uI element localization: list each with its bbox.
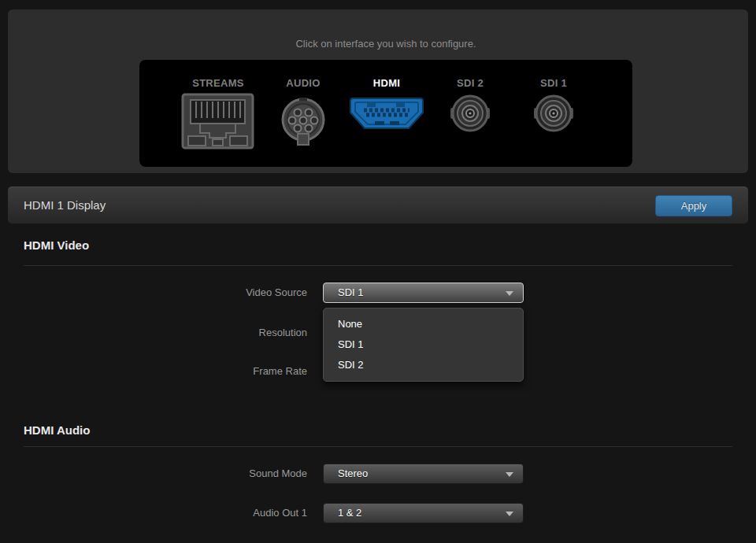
apply-button[interactable]: Apply (655, 195, 732, 216)
resolution-label: Resolution (118, 327, 307, 339)
connector-hdmi-label: HDMI (343, 77, 430, 90)
hdmi-port-icon (346, 97, 427, 131)
bnc-connector-icon (450, 94, 490, 133)
video-source-select[interactable]: SDI 1 (323, 283, 524, 303)
video-source-label: Video Source (118, 286, 307, 299)
frame-rate-label: Frame Rate (118, 365, 307, 378)
instruction-text: Click on interface you wish to configure… (8, 38, 756, 50)
connector-streams-label: STREAMS (175, 77, 261, 90)
video-section-heading: HDMI Video (24, 238, 89, 252)
video-source-dropdown: None SDI 1 SDI 2 (323, 308, 524, 382)
audio-out-1-select[interactable]: 1 & 2 (323, 503, 524, 523)
dropdown-option-none[interactable]: None (324, 314, 523, 334)
connector-sdi1-label: SDI 1 (510, 77, 597, 90)
dropdown-option-sdi1[interactable]: SDI 1 (324, 334, 523, 355)
divider (24, 446, 732, 447)
din-connector-icon (280, 97, 326, 147)
audio-out-1-label: Audio Out 1 (118, 507, 307, 519)
sound-mode-label: Sound Mode (118, 467, 307, 480)
chevron-down-icon (506, 291, 513, 296)
sound-mode-select[interactable]: Stereo (323, 464, 524, 484)
chevron-down-icon (506, 472, 513, 477)
ethernet-jack-icon (181, 93, 254, 150)
connector-audio-label: AUDIO (260, 77, 346, 90)
video-source-value: SDI 1 (338, 286, 364, 298)
divider (24, 265, 732, 266)
connector-sdi2-label: SDI 2 (427, 77, 513, 90)
interface-selector-panel: Click on interface you wish to configure… (8, 9, 748, 173)
audio-section-heading: HDMI Audio (24, 423, 90, 437)
bnc-connector-icon (534, 94, 573, 133)
page-title: HDMI 1 Display (24, 198, 106, 212)
sound-mode-value: Stereo (338, 467, 368, 479)
chevron-down-icon (506, 512, 513, 516)
page-header-bar (8, 187, 748, 223)
dropdown-option-sdi2[interactable]: SDI 2 (324, 355, 523, 375)
audio-out-1-value: 1 & 2 (338, 507, 361, 519)
